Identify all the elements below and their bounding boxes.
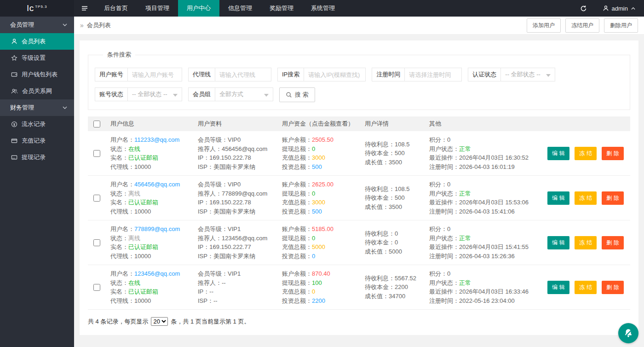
- sidebar-item-label: 用户钱包列表: [22, 70, 58, 79]
- status-badge: 离线: [128, 235, 140, 242]
- sidebar-item-member-list[interactable]: 会员列表: [0, 33, 74, 50]
- recharge-amount[interactable]: 3000: [312, 154, 325, 161]
- freeze-button[interactable]: 冻结: [575, 191, 597, 205]
- realname-badge: 已认证邮箱: [128, 199, 158, 206]
- member-table-body: 用户名：112233@qq.com 状态：在线 实名：已认证邮箱 代理线：100…: [88, 131, 630, 310]
- status-badge: 在线: [128, 145, 140, 152]
- row-register-time: 注册时间：2026-04-03 15:41:06: [429, 207, 540, 216]
- field-label: 代理线: [188, 68, 215, 81]
- recharge-amount[interactable]: 5000: [312, 243, 325, 250]
- freeze-button[interactable]: 冻结: [575, 281, 597, 294]
- notifications-off-fab[interactable]: [618, 323, 638, 343]
- nav-item-user-center[interactable]: 用户中心: [178, 0, 219, 17]
- username-link[interactable]: 456456@qq.com: [134, 181, 180, 188]
- admin-menu[interactable]: admin: [594, 0, 644, 17]
- invest-amount[interactable]: 2200: [312, 297, 325, 304]
- sidebar-group-finance[interactable]: 财务管理: [0, 99, 74, 116]
- row-realname: 实名：已认证邮箱: [110, 287, 193, 296]
- balance-amount[interactable]: 2505.50: [312, 136, 334, 143]
- ip-search-input[interactable]: [304, 68, 366, 81]
- withdraw-amount[interactable]: 0: [312, 145, 315, 152]
- freeze-button[interactable]: 冻结: [575, 236, 597, 249]
- table-header-row: 用户信息 用户资料 用户资金（点击金额查看） 用户详情 其他: [88, 116, 630, 131]
- member-group-select[interactable]: 全部方式: [215, 87, 273, 101]
- row-agent-line: 代理线：10000: [110, 296, 193, 306]
- nav-item-info[interactable]: 信息管理: [219, 0, 261, 17]
- row-checkbox[interactable]: [93, 195, 100, 202]
- row-points: 积分：0: [429, 135, 540, 145]
- refresh-button[interactable]: [573, 0, 594, 17]
- row-invest-total: 投资总额：500: [282, 207, 360, 216]
- hamburger-menu-button[interactable]: [74, 0, 95, 17]
- auth-status-select[interactable]: -- 全部状态 --: [501, 68, 555, 81]
- nav-item-dashboard[interactable]: 后台首页: [95, 0, 137, 17]
- edit-button[interactable]: 编辑: [547, 281, 569, 294]
- user-account-input[interactable]: [128, 68, 182, 81]
- user-status-badge: 正常: [459, 235, 471, 242]
- row-referrer: 推荐人：--: [198, 278, 277, 288]
- sidebar-item-level-settings[interactable]: 等级设置: [0, 50, 74, 66]
- username-link[interactable]: 112233@qq.com: [134, 136, 179, 143]
- freeze-user-button[interactable]: 冻结用户: [565, 18, 599, 33]
- breadcrumb-marker: »: [80, 22, 84, 29]
- balance-amount[interactable]: 5185.00: [312, 226, 334, 232]
- username-link[interactable]: 778899@qq.com: [134, 226, 180, 232]
- invest-amount[interactable]: 500: [312, 208, 322, 215]
- row-realname: 实名：已认证邮箱: [110, 243, 193, 252]
- row-user-status: 用户状态：正常: [429, 189, 540, 198]
- nav-item-rewards[interactable]: 奖励管理: [261, 0, 302, 17]
- field-label: 用户账号: [95, 68, 128, 81]
- withdraw-amount[interactable]: 0: [312, 190, 315, 197]
- pagination-suffix: 条，共 1 页当前显示第 1 页。: [171, 318, 250, 326]
- bank-card-icon: [11, 154, 17, 161]
- col-header-user-profile: 用户资料: [196, 120, 280, 128]
- delete-button[interactable]: 删除: [602, 236, 624, 249]
- search-button[interactable]: 搜 索: [279, 87, 315, 102]
- content: 条件搜索 用户账号 代理线 IP搜索 注册时间: [74, 34, 644, 341]
- username-link[interactable]: 123456@qq.com: [134, 270, 180, 277]
- row-withdraw-total: 提现总额：0: [282, 189, 360, 198]
- select-all-checkbox[interactable]: [93, 121, 100, 127]
- delete-button[interactable]: 删除: [602, 191, 624, 205]
- row-pending-interest: 待收利息：0: [365, 229, 425, 238]
- edit-button[interactable]: 编辑: [547, 191, 569, 205]
- row-isp: ISP：美国南卡罗来纳: [198, 162, 277, 172]
- sidebar-item-recharge-records[interactable]: 充值记录: [0, 133, 74, 149]
- sidebar-item-withdraw-records[interactable]: 提现记录: [0, 149, 74, 166]
- invest-amount[interactable]: 500: [312, 163, 322, 170]
- edit-button[interactable]: 编辑: [547, 236, 569, 249]
- account-status-select[interactable]: -- 全部状态 --: [128, 87, 182, 101]
- agent-line-input[interactable]: [215, 68, 271, 81]
- delete-button[interactable]: 删除: [602, 147, 624, 160]
- row-checkbox[interactable]: [93, 150, 100, 157]
- freeze-button[interactable]: 冻结: [575, 147, 597, 160]
- balance-amount[interactable]: 2625.00: [312, 181, 334, 188]
- delete-button[interactable]: 删除: [602, 281, 624, 294]
- sidebar-item-flow-records[interactable]: 流水记录: [0, 116, 74, 133]
- invest-amount[interactable]: 0: [312, 253, 315, 260]
- withdraw-amount[interactable]: 0: [312, 235, 315, 242]
- row-status: 状态：在线: [110, 145, 193, 154]
- withdraw-amount[interactable]: 100: [312, 279, 322, 286]
- sidebar-item-wallet-list[interactable]: 用户钱包列表: [0, 66, 74, 83]
- row-invest-total: 投资总额：500: [282, 162, 360, 172]
- page-size-select[interactable]: 20: [151, 317, 168, 326]
- row-checkbox[interactable]: [93, 284, 100, 291]
- row-level: 会员等级：VIP0: [198, 135, 277, 145]
- delete-user-button[interactable]: 删除用户: [604, 18, 638, 33]
- recharge-amount[interactable]: 3000: [312, 199, 325, 206]
- edit-button[interactable]: 编辑: [547, 147, 569, 160]
- nav-item-projects[interactable]: 项目管理: [137, 0, 178, 17]
- col-header-user-info: 用户信息: [108, 120, 196, 128]
- row-username: 用户名：112233@qq.com: [110, 135, 193, 145]
- add-user-button[interactable]: 添加用户: [527, 18, 561, 33]
- sidebar-item-relation-network[interactable]: 会员关系网: [0, 83, 74, 99]
- sidebar-group-members[interactable]: 会员管理: [0, 17, 74, 33]
- row-checkbox[interactable]: [93, 239, 100, 246]
- register-time-input[interactable]: [405, 68, 462, 81]
- balance-amount[interactable]: 870.40: [312, 270, 330, 277]
- recharge-amount[interactable]: 0: [312, 288, 315, 295]
- admin-username: admin: [612, 5, 628, 12]
- nav-item-system[interactable]: 系统管理: [302, 0, 344, 17]
- row-agent-line: 代理线：10000: [110, 162, 193, 172]
